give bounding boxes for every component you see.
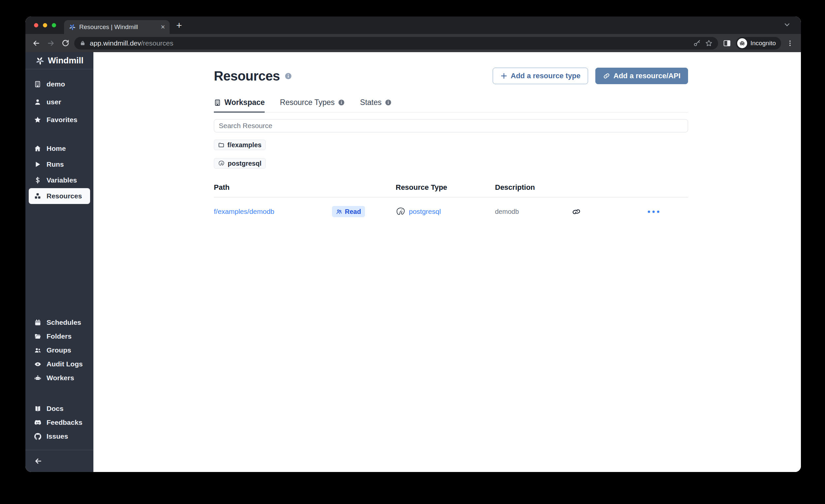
add-resource-type-button[interactable]: Add a resource type (493, 68, 588, 84)
sidebar-item-folders[interactable]: Folders (25, 330, 93, 343)
users-icon (34, 347, 41, 354)
maximize-window-button[interactable] (52, 23, 56, 27)
tab-label: Resource Types (280, 98, 334, 107)
sidebar-item-favorites[interactable]: Favorites (25, 111, 93, 129)
folder-icon (218, 142, 224, 148)
plus-icon (500, 72, 508, 80)
side-panel-icon[interactable] (722, 38, 733, 49)
tab-states[interactable]: States (360, 98, 392, 113)
page-title: Resources (214, 69, 280, 83)
url-path: /resources (141, 39, 173, 47)
forward-icon[interactable] (45, 38, 57, 49)
url-text: app.windmill.dev/resources (90, 39, 173, 47)
tab-workspace[interactable]: Workspace (214, 98, 265, 113)
sidebar-item-user[interactable]: user (25, 93, 93, 111)
dollar-icon (34, 176, 41, 184)
tab-close-icon[interactable]: × (161, 23, 165, 31)
add-resource-type-label: Add a resource type (511, 72, 581, 80)
browser-tab[interactable]: Resources | Windmill × (64, 20, 170, 34)
resource-type-link[interactable]: postgresql (409, 208, 441, 216)
browser-window: Resources | Windmill × + app.windmill.de… (25, 16, 801, 472)
sidebar-item-label: Docs (47, 405, 63, 413)
incognito-avatar-icon (737, 38, 747, 48)
permission-badge: Read (332, 206, 365, 217)
url-bar[interactable]: app.windmill.dev/resources (74, 37, 718, 50)
windmill-logo-icon (35, 56, 45, 65)
password-key-icon[interactable] (693, 39, 701, 47)
tabs-row: Workspace Resource Types States (214, 98, 688, 113)
sidebar-item-schedules[interactable]: Schedules (25, 315, 93, 330)
folder-open-icon (34, 333, 41, 340)
bookmark-star-icon[interactable] (705, 39, 713, 47)
sidebar-item-issues[interactable]: Issues (25, 429, 93, 443)
search-input[interactable] (214, 119, 688, 132)
resource-path-link[interactable]: f/examples/demodb (214, 208, 332, 216)
sidebar-item-label: Workers (47, 374, 74, 382)
sidebar: Windmill demo user (25, 52, 93, 472)
tab-label: Workspace (224, 98, 265, 107)
info-icon[interactable] (338, 99, 345, 106)
sidebar-item-runs[interactable]: Runs (25, 156, 93, 172)
sidebar-item-label: Audit Logs (47, 360, 83, 368)
incognito-label: Incognito (750, 40, 776, 47)
building-icon (34, 80, 41, 88)
sidebar-item-audit-logs[interactable]: Audit Logs (25, 357, 93, 371)
users-icon (336, 209, 342, 215)
sidebar-item-workers[interactable]: Workers (25, 371, 93, 385)
sidebar-item-docs[interactable]: Docs (25, 402, 93, 416)
sidebar-item-label: Feedbacks (47, 419, 82, 426)
sidebar-item-home[interactable]: Home (25, 141, 93, 156)
calendar-icon (34, 319, 41, 326)
discord-icon (34, 419, 41, 426)
sidebar-item-label: Schedules (47, 318, 81, 327)
browser-menu-icon[interactable] (784, 38, 796, 49)
book-icon (34, 405, 41, 412)
sidebar-item-label: Favorites (47, 116, 77, 124)
sidebar-item-workspace-demo[interactable]: demo (25, 75, 93, 93)
sidebar-item-label: Runs (47, 160, 64, 168)
sidebar-item-feedbacks[interactable]: Feedbacks (25, 416, 93, 429)
filter-chip-resource-type[interactable]: postgresql (214, 158, 266, 169)
add-resource-api-label: Add a resource/API (613, 72, 680, 80)
incognito-badge: Incognito (736, 37, 781, 50)
sidebar-item-label: demo (47, 80, 65, 88)
table-header-row: Path Resource Type Description (214, 183, 688, 197)
browser-toolbar: app.windmill.dev/resources Incognito (25, 34, 801, 52)
url-host: app.windmill.dev (90, 39, 141, 47)
collapse-sidebar-arrow-icon[interactable] (34, 457, 43, 465)
filter-chip-label: postgresql (228, 160, 261, 167)
filter-chip-folder[interactable]: f/examples (214, 140, 266, 150)
tab-search-chevron-icon[interactable] (783, 21, 791, 30)
star-icon (34, 116, 41, 124)
tab-title: Resources | Windmill (79, 23, 157, 31)
copy-link-icon[interactable] (572, 207, 648, 216)
sidebar-item-resources[interactable]: Resources (29, 188, 90, 204)
row-menu-icon[interactable] (648, 211, 688, 213)
sidebar-item-label: Resources (47, 192, 82, 200)
sidebar-item-variables[interactable]: Variables (25, 172, 93, 188)
info-icon[interactable] (385, 99, 392, 106)
windmill-favicon (69, 23, 76, 31)
close-window-button[interactable] (34, 23, 38, 27)
tab-resource-types[interactable]: Resource Types (280, 98, 345, 113)
back-icon[interactable] (31, 38, 42, 49)
postgresql-icon (218, 160, 225, 167)
postgresql-icon (396, 207, 405, 217)
new-tab-button[interactable]: + (176, 20, 182, 30)
lock-icon (80, 40, 86, 46)
filter-chip-label: f/examples (227, 141, 261, 149)
add-resource-api-button[interactable]: Add a resource/API (595, 68, 688, 84)
resource-description: demodb (495, 208, 572, 216)
sidebar-item-label: user (47, 98, 61, 106)
sidebar-item-label: Home (47, 145, 66, 152)
table-row: f/examples/demodb Read (214, 197, 688, 217)
main-panel: Resources Add a resource type (93, 52, 801, 472)
minimize-window-button[interactable] (43, 23, 47, 27)
refresh-icon[interactable] (60, 38, 71, 49)
sidebar-item-groups[interactable]: Groups (25, 343, 93, 357)
windmill-logo[interactable]: Windmill (25, 52, 93, 69)
user-icon (34, 98, 41, 105)
title-info-icon[interactable] (285, 72, 292, 80)
eye-icon (34, 360, 41, 368)
robot-icon (34, 374, 41, 381)
